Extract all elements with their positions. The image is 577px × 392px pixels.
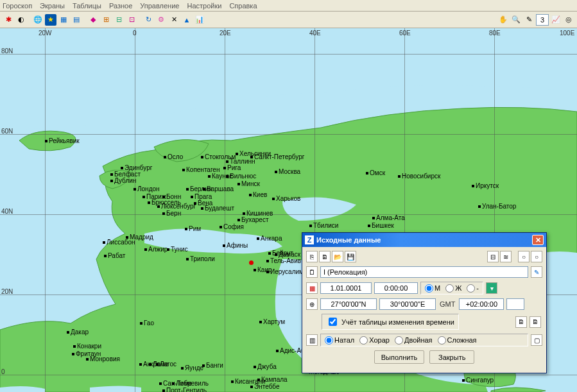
btn-icon-4[interactable]: ⊡ bbox=[126, 14, 137, 26]
parallel-40n bbox=[0, 214, 577, 215]
menu-control[interactable]: Управление bbox=[140, 2, 179, 10]
globe-icon[interactable]: 🌐 bbox=[32, 14, 44, 26]
gear-red-icon[interactable]: ✱ bbox=[3, 14, 14, 26]
gmt-label: GMT bbox=[438, 300, 456, 308]
lat-label: 20N bbox=[1, 288, 13, 295]
name-row-icon[interactable]: 🗒 bbox=[306, 266, 318, 278]
close-button[interactable]: ✕ bbox=[532, 235, 544, 245]
date-dropdown-icon[interactable]: ▾ bbox=[486, 282, 497, 294]
gender-group: М Ж - bbox=[420, 282, 483, 294]
time-table-checkbox[interactable] bbox=[329, 318, 337, 326]
menu-horoscope[interactable]: Гороскоп bbox=[3, 2, 32, 10]
dialog-titlebar[interactable]: Z Исходные данные ✕ bbox=[302, 233, 546, 247]
menu-settings[interactable]: Настройки bbox=[187, 2, 221, 10]
btn-icon-2[interactable]: ⊞ bbox=[100, 14, 112, 26]
meridian-0 bbox=[135, 28, 135, 392]
toolbar-number-input[interactable] bbox=[536, 14, 549, 26]
grid1-icon[interactable]: ▦ bbox=[58, 14, 69, 26]
time-table-label: Учёт таблицы изменения времени bbox=[341, 318, 454, 326]
menu-screens[interactable]: Экраны bbox=[40, 2, 65, 10]
gmt-extra-field[interactable] bbox=[506, 298, 524, 310]
new-icon[interactable]: 🗎 bbox=[319, 251, 331, 262]
date-field[interactable] bbox=[320, 282, 372, 294]
gender-m[interactable]: М bbox=[425, 284, 440, 293]
chart-wheel-icon[interactable]: ◐ bbox=[15, 14, 27, 26]
menubar[interactable]: Гороскоп Экраны Таблицы Разное Управлени… bbox=[0, 0, 577, 12]
btn-icon-9[interactable]: 📊 bbox=[194, 14, 205, 26]
lat-label: 80N bbox=[1, 47, 13, 55]
btn-icon-3[interactable]: ⊟ bbox=[113, 14, 125, 26]
name-picker-icon[interactable]: ✎ bbox=[531, 266, 542, 278]
app-icon: Z bbox=[305, 235, 314, 244]
parallel-80n bbox=[0, 54, 577, 55]
input-data-dialog: Z Исходные данные ✕ ⎘ 🗎 📂 💾 ⊟ ≋ ○ ○ 🗒 ✎ bbox=[302, 232, 547, 373]
meridian-20e bbox=[225, 28, 225, 392]
time-field[interactable] bbox=[374, 282, 418, 294]
target-icon[interactable]: ◎ bbox=[563, 14, 574, 26]
btn-icon-6[interactable]: ⚙ bbox=[155, 14, 167, 26]
execute-button[interactable]: Выполнить bbox=[374, 350, 424, 364]
lon-label: 40E bbox=[309, 30, 321, 37]
open-icon[interactable]: 📂 bbox=[332, 251, 343, 262]
lon-label: 80E bbox=[489, 30, 501, 37]
doc1-icon[interactable]: 🗎 bbox=[515, 316, 527, 328]
lon-label: 20E bbox=[220, 30, 231, 37]
close-dialog-button[interactable]: Закрыть bbox=[429, 350, 474, 364]
btn-icon-1[interactable]: ◆ bbox=[87, 14, 99, 26]
gmt-field[interactable] bbox=[459, 298, 504, 310]
lon-label: 60E bbox=[399, 30, 411, 37]
parallel-0 bbox=[0, 375, 577, 375]
type-double[interactable]: Двойная bbox=[395, 336, 433, 345]
type-row-icon[interactable]: ▥ bbox=[306, 334, 318, 346]
type-horar[interactable]: Хорар bbox=[359, 336, 390, 345]
zoom-icon[interactable]: 🔍 bbox=[510, 14, 522, 26]
latitude-field[interactable] bbox=[320, 298, 377, 310]
chart-type-group: Натал Хорар Двойная Сложная bbox=[320, 334, 528, 346]
pencil-icon[interactable]: ✎ bbox=[523, 14, 535, 26]
gender-none[interactable]: - bbox=[467, 284, 479, 293]
lon-label: 0 bbox=[133, 30, 137, 37]
lat-label: 40N bbox=[1, 208, 13, 215]
btn-icon-7[interactable]: ✕ bbox=[168, 14, 180, 26]
date-row-icon[interactable]: ▦ bbox=[306, 282, 318, 294]
lat-label: 0 bbox=[1, 368, 5, 375]
coord-row-icon[interactable]: ⊕ bbox=[306, 298, 318, 310]
tool-d-icon[interactable]: ○ bbox=[531, 251, 542, 262]
chart-icon[interactable]: 📈 bbox=[550, 14, 562, 26]
lon-label: 20W bbox=[39, 30, 52, 37]
gender-f[interactable]: Ж bbox=[445, 284, 461, 293]
parallel-60n bbox=[0, 134, 577, 135]
menu-help[interactable]: Справка bbox=[229, 2, 257, 10]
world-map[interactable]: 20W 0 20E 40E 60E 80E 100E 80N 60N 40N 2… bbox=[0, 28, 577, 392]
longitude-field[interactable] bbox=[379, 298, 436, 310]
tool-b-icon[interactable]: ≋ bbox=[500, 251, 512, 262]
lon-label: 100E bbox=[560, 30, 574, 37]
eu-flag-icon[interactable]: ★ bbox=[45, 14, 56, 26]
menu-tables[interactable]: Таблицы bbox=[73, 2, 101, 10]
tool-a-icon[interactable]: ⊟ bbox=[487, 251, 499, 262]
grid2-icon[interactable]: ▤ bbox=[71, 14, 82, 26]
dialog-title: Исходные данные bbox=[316, 236, 381, 244]
type-complex[interactable]: Сложная bbox=[438, 336, 477, 345]
type-extra-icon[interactable]: ▢ bbox=[531, 334, 542, 346]
btn-icon-8[interactable]: ▲ bbox=[181, 14, 193, 26]
name-field[interactable] bbox=[320, 266, 528, 278]
btn-icon-5[interactable]: ↻ bbox=[142, 14, 154, 26]
hand-pan-icon[interactable]: ✋ bbox=[497, 14, 509, 26]
save-icon[interactable]: 💾 bbox=[345, 251, 356, 262]
menu-misc[interactable]: Разное bbox=[109, 2, 132, 10]
doc2-icon[interactable]: 🗎 bbox=[530, 316, 541, 328]
meridian-20w bbox=[45, 28, 46, 392]
main-toolbar: ✱ ◐ 🌐 ★ ▦ ▤ ◆ ⊞ ⊟ ⊡ ↻ ⚙ ✕ ▲ 📊 ✋ 🔍 ✎ 📈 ◎ bbox=[0, 12, 577, 28]
type-natal[interactable]: Натал bbox=[325, 336, 354, 345]
lat-label: 60N bbox=[1, 128, 13, 135]
copy-icon[interactable]: ⎘ bbox=[306, 251, 318, 262]
dialog-toolbar: ⎘ 🗎 📂 💾 ⊟ ≋ ○ ○ bbox=[306, 250, 542, 266]
tool-c-icon[interactable]: ○ bbox=[518, 251, 530, 262]
selection-marker bbox=[249, 260, 254, 265]
